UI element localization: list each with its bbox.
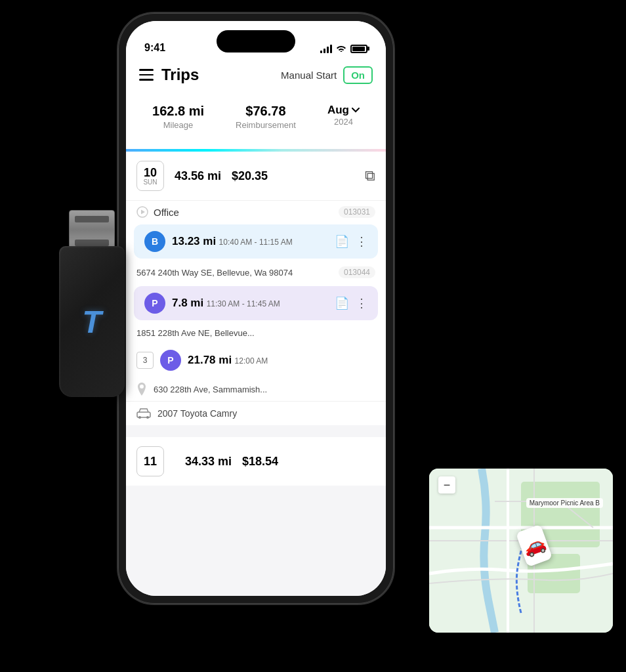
day-amount: $20.35: [232, 169, 268, 183]
wifi-icon: [336, 43, 346, 54]
address-text-2: 1851 228th Ave NE, Bellevue...: [136, 328, 255, 338]
day11-distance: 34.33 mi: [185, 455, 232, 469]
more-icon[interactable]: ⋮: [356, 234, 367, 249]
trip-distance-2: 7.8 mi: [172, 297, 203, 309]
day-stats-10: 43.56 mi $20.35: [175, 169, 268, 183]
trip-actions-1: 📄 ⋮: [335, 234, 367, 249]
trip-time-2: 11:30 AM - 11:45 AM: [207, 299, 280, 308]
day-badge-10: 10 SUN: [136, 161, 164, 191]
day-number: 10: [144, 167, 157, 178]
trip-time-1: 10:40 AM - 11:15 AM: [219, 238, 293, 247]
reimbursement-label: Reimbursement: [236, 120, 296, 130]
day-header-10: 10 SUN 43.56 mi $20.35 ⧉: [126, 152, 386, 201]
trip-id-2: 013044: [339, 266, 375, 278]
more-icon-2[interactable]: ⋮: [356, 296, 367, 310]
day-11-stats: 34.33 mi $18.54: [185, 455, 278, 469]
header-left: Trips: [139, 66, 199, 84]
day-actions[interactable]: ⧉: [365, 167, 375, 184]
mileage-label: Mileage: [163, 120, 194, 130]
day-11-number: 11: [144, 455, 157, 467]
day-group-11: 11 34.33 mi $18.54: [126, 432, 386, 486]
status-icons: [320, 43, 367, 54]
trip-destination-office: Office 013031: [126, 201, 386, 222]
trip-row-1[interactable]: B 13.23 mi 10:40 AM - 11:15 AM 📄 ⋮: [134, 224, 378, 259]
scene: T 9:41: [0, 0, 626, 672]
manual-start-label: Manual Start: [281, 70, 337, 81]
stats-row: 162.8 mi Mileage $76.78 Reimbursement Au…: [126, 98, 386, 138]
period-value: Aug: [327, 104, 360, 117]
page-title: Trips: [161, 66, 199, 84]
reimbursement-value: $76.78: [236, 104, 296, 119]
day11-amount: $18.54: [242, 455, 278, 469]
phone-screen: 9:41: [126, 21, 386, 596]
usb-body: T: [59, 246, 125, 397]
usb-logo: T: [82, 304, 101, 340]
trip-type-badge-3: P: [160, 350, 181, 371]
document-icon[interactable]: 📄: [335, 234, 349, 249]
trip-info-2: 7.8 mi 11:30 AM - 11:45 AM: [172, 297, 280, 310]
vehicle-row: 2007 Toyota Camry: [126, 401, 386, 425]
map-zoom-out-button[interactable]: −: [438, 476, 455, 494]
destination-label: Office: [154, 207, 179, 218]
day-group-10: 10 SUN 43.56 mi $20.35 ⧉: [126, 152, 386, 425]
trip-distance-1: 13.23 mi: [172, 235, 216, 247]
period-stat[interactable]: Aug 2024: [327, 104, 360, 131]
address-row-1: 5674 240th Way SE, Bellevue, Wa 98074 01…: [126, 261, 386, 284]
trip-info-1: 13.23 mi 10:40 AM - 11:15 AM: [172, 235, 293, 248]
trip-row-3-container[interactable]: 3 P 21.78 mi 12:00 AM: [126, 343, 386, 377]
phone: 9:41: [118, 13, 394, 604]
reimbursement-stat: $76.78 Reimbursement: [236, 104, 296, 131]
mileage-stat: 162.8 mi Mileage: [152, 104, 204, 131]
trip-type-badge-2: P: [144, 293, 165, 314]
trip-row-2[interactable]: P 7.8 mi 11:30 AM - 11:45 AM 📄 ⋮: [134, 286, 378, 320]
address-row-3: 630 228th Ave, Sammamish...: [126, 377, 386, 401]
app-header: Trips Manual Start On: [126, 59, 386, 91]
map-overlay: 🚗 − Marymoor Picnic Area B: [429, 469, 613, 633]
battery-icon: [350, 45, 367, 53]
trip-info-3: 21.78 mi 12:00 AM: [188, 354, 268, 367]
address-row-2: 1851 228th Ave NE, Bellevue...: [126, 323, 386, 343]
period-year: 2024: [327, 117, 360, 127]
status-time: 9:41: [144, 42, 165, 54]
address-text-3: 630 228th Ave, Sammamish...: [154, 385, 267, 394]
day-name: SUN: [143, 178, 157, 186]
trip-actions-2: 📄 ⋮: [335, 296, 367, 310]
trip-distance-3: 21.78 mi: [188, 354, 232, 366]
dynamic-island: [217, 30, 295, 52]
menu-button[interactable]: [139, 69, 154, 81]
trip-type-badge-1: B: [144, 231, 165, 252]
document-icon-2[interactable]: 📄: [335, 296, 349, 310]
manual-start-section: Manual Start On: [281, 66, 373, 84]
day-distance: 43.56 mi: [175, 169, 221, 183]
trip-time-3: 12:00 AM: [235, 356, 268, 366]
map-background: 🚗 − Marymoor Picnic Area B: [429, 469, 613, 633]
report-icon[interactable]: ⧉: [365, 167, 375, 184]
usb-device: T: [39, 210, 144, 420]
map-svg: [429, 469, 613, 633]
trip-id-1: 013031: [339, 206, 375, 218]
day-badge-11: 11: [136, 446, 164, 476]
usb-connector: [69, 210, 115, 249]
svg-point-4: [146, 416, 149, 419]
map-location-label: Marymoor Picnic Area B: [526, 498, 603, 508]
signal-icon: [320, 44, 332, 53]
manual-start-toggle[interactable]: On: [343, 66, 373, 84]
address-text-1: 5674 240th Way SE, Bellevue, Wa 98074: [136, 268, 293, 278]
vehicle-name: 2007 Toyota Camry: [157, 408, 237, 419]
trips-list[interactable]: 10 SUN 43.56 mi $20.35 ⧉: [126, 152, 386, 596]
mileage-value: 162.8 mi: [152, 104, 204, 119]
